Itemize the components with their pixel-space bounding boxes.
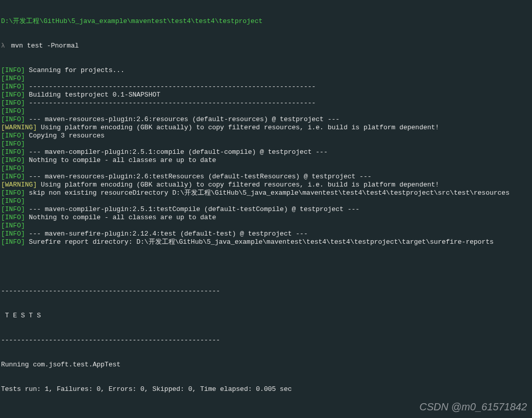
info-tag: [INFO] (1, 230, 25, 238)
log-line: [INFO] (1, 165, 531, 173)
cwd-path: D:\开发工程\GitHub\5_java_example\maventest\… (1, 17, 531, 26)
log-text: --- maven-compiler-plugin:2.5.1:compile … (25, 148, 328, 156)
log-line: [INFO] (1, 222, 531, 230)
command-text: mvn test -Pnormal (11, 42, 79, 50)
log-text: Surefire report directory: D:\开发工程\GitHu… (25, 238, 494, 246)
info-tag: [INFO] (1, 115, 25, 123)
warning-tag: [WARNING] (1, 124, 37, 131)
log-text: Nothing to compile - all classes are up … (25, 214, 216, 221)
info-tag: [INFO] (1, 140, 25, 148)
info-tag: [INFO] (1, 197, 25, 205)
info-tag: [INFO] (1, 107, 25, 115)
info-tag: [INFO] (1, 66, 25, 74)
log-text: Scanning for projects... (25, 66, 125, 74)
log-line: [INFO] (1, 140, 531, 148)
tests-divider: ----------------------------------------… (1, 336, 531, 344)
tests-divider: ----------------------------------------… (1, 287, 531, 295)
info-tag: [INFO] (1, 99, 25, 107)
log-line: [INFO] Nothing to compile - all classes … (1, 156, 531, 165)
tests-running: Running com.jsoft.test.AppTest (1, 361, 531, 369)
log-line: [INFO] --- maven-compiler-plugin:2.5.1:c… (1, 148, 531, 156)
log-text: --- maven-compiler-plugin:2.5.1:testComp… (25, 205, 359, 213)
log-line: [INFO] ---------------------------------… (1, 83, 531, 91)
log-text: skip non existing resourceDirectory D:\开… (25, 189, 510, 197)
info-tag: [INFO] (1, 214, 25, 221)
info-tag: [INFO] (1, 165, 25, 172)
log-text: Copying 3 resources (25, 132, 105, 140)
info-tag: [INFO] (1, 148, 25, 156)
log-line: [INFO] (1, 75, 531, 83)
info-tag: [INFO] (1, 238, 25, 246)
log-text: ----------------------------------------… (25, 83, 316, 90)
log-text: --- maven-resources-plugin:2.6:testResou… (25, 173, 372, 180)
log-text: Using platform encoding (GBK actually) t… (37, 181, 439, 189)
log-line: [INFO] ---------------------------------… (1, 99, 531, 107)
warning-tag: [WARNING] (1, 181, 37, 189)
info-tag: [INFO] (1, 156, 25, 164)
command-line: λ mvn test -Pnormal (1, 42, 531, 50)
log-line: [INFO] --- maven-resources-plugin:2.6:re… (1, 115, 531, 124)
log-line: [INFO] skip non existing resourceDirecto… (1, 189, 531, 197)
log-line: [INFO] --- maven-surefire-plugin:2.12.4:… (1, 230, 531, 238)
log-line: [INFO] (1, 197, 531, 205)
log-line: [INFO] (1, 107, 531, 115)
watermark: CSDN @m0_61571842 (420, 403, 527, 411)
info-tag: [INFO] (1, 189, 25, 197)
log-line: [WARNING] Using platform encoding (GBK a… (1, 124, 531, 132)
tests-header: T E S T S (1, 312, 531, 320)
info-tag: [INFO] (1, 75, 25, 82)
tests-run-summary: Tests run: 1, Failures: 0, Errors: 0, Sk… (1, 385, 531, 393)
log-text: Building testproject 0.1-SNAPSHOT (25, 91, 160, 99)
log-text: --- maven-resources-plugin:2.6:resources… (25, 115, 340, 123)
log-text: Using platform encoding (GBK actually) t… (37, 124, 439, 131)
info-tag: [INFO] (1, 173, 25, 180)
log-text: Nothing to compile - all classes are up … (25, 156, 216, 164)
log-line: [INFO] Scanning for projects... (1, 66, 531, 75)
log-line: [INFO] Surefire report directory: D:\开发工… (1, 238, 531, 246)
log-line: [WARNING] Using platform encoding (GBK a… (1, 181, 531, 189)
log-text: ----------------------------------------… (25, 99, 316, 107)
log-line: [INFO] --- maven-compiler-plugin:2.5.1:t… (1, 205, 531, 214)
info-tag: [INFO] (1, 83, 25, 90)
log-text: --- maven-surefire-plugin:2.12.4:test (d… (25, 230, 308, 238)
terminal-output[interactable]: D:\开发工程\GitHub\5_java_example\maventest\… (1, 1, 531, 418)
log-line: [INFO] Nothing to compile - all classes … (1, 214, 531, 222)
log-line: [INFO] Copying 3 resources (1, 132, 531, 140)
info-tag: [INFO] (1, 205, 25, 213)
log-line: [INFO] Building testproject 0.1-SNAPSHOT (1, 91, 531, 99)
log-line: [INFO] --- maven-resources-plugin:2.6:te… (1, 173, 531, 181)
info-tag: [INFO] (1, 91, 25, 99)
info-tag: [INFO] (1, 132, 25, 140)
info-tag: [INFO] (1, 222, 25, 229)
prompt-symbol: λ (1, 42, 5, 50)
